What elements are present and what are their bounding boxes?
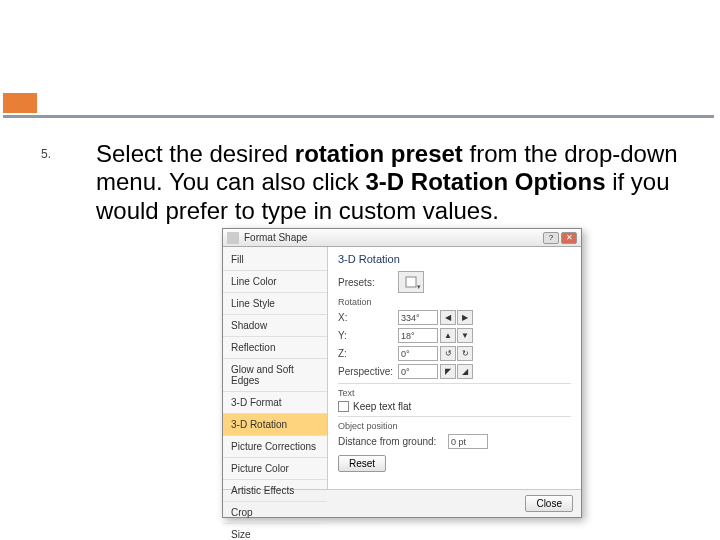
body-text: Select the desired rotation preset from … xyxy=(96,140,680,225)
slide: 5. Select the desired rotation preset fr… xyxy=(0,0,720,540)
sidebar-item-3d-rotation[interactable]: 3-D Rotation xyxy=(223,414,327,436)
presets-label: Presets: xyxy=(338,277,398,288)
list-number: 5. xyxy=(41,147,51,161)
sidebar-item-glow[interactable]: Glow and Soft Edges xyxy=(223,359,327,392)
sidebar-item-crop[interactable]: Crop xyxy=(223,502,327,524)
sidebar-item-line-style[interactable]: Line Style xyxy=(223,293,327,315)
presets-row: Presets: xyxy=(338,271,571,293)
rotation-subheading: Rotation xyxy=(338,297,571,307)
z-cw-button[interactable]: ↻ xyxy=(457,346,473,361)
sidebar-item-fill[interactable]: Fill xyxy=(223,249,327,271)
titlebar[interactable]: Format Shape ? ✕ xyxy=(223,229,581,247)
row-x: X: ◀ ▶ xyxy=(338,310,571,325)
text-subheading: Text xyxy=(338,388,571,398)
y-input[interactable] xyxy=(398,328,438,343)
perspective-input[interactable] xyxy=(398,364,438,379)
reset-row: Reset xyxy=(338,455,571,472)
row-y: Y: ▲ ▼ xyxy=(338,328,571,343)
sidebar-item-size[interactable]: Size xyxy=(223,524,327,540)
reset-button[interactable]: Reset xyxy=(338,455,386,472)
close-button[interactable]: Close xyxy=(525,495,573,512)
row-perspective: Perspective: ◤ ◢ xyxy=(338,364,571,379)
x-left-button[interactable]: ◀ xyxy=(440,310,456,325)
y-label: Y: xyxy=(338,330,398,341)
keep-text-flat-label: Keep text flat xyxy=(353,401,411,412)
separator-1 xyxy=(338,383,571,384)
sidebar-item-picture-corrections[interactable]: Picture Corrections xyxy=(223,436,327,458)
z-input[interactable] xyxy=(398,346,438,361)
accent-block xyxy=(3,93,37,113)
close-x-button[interactable]: ✕ xyxy=(561,232,577,244)
keep-text-flat-checkbox[interactable] xyxy=(338,401,349,412)
format-shape-dialog: Format Shape ? ✕ Fill Line Color Line St… xyxy=(222,228,582,518)
body-text-bold-1: rotation preset xyxy=(295,140,463,167)
window-controls: ? ✕ xyxy=(543,232,577,244)
y-down-button[interactable]: ▼ xyxy=(457,328,473,343)
distance-row: Distance from ground: xyxy=(338,434,571,449)
separator-2 xyxy=(338,416,571,417)
cube-icon xyxy=(404,275,418,289)
keep-text-flat-row: Keep text flat xyxy=(338,401,571,412)
panel-heading: 3-D Rotation xyxy=(338,253,571,265)
sidebar-item-artistic-effects[interactable]: Artistic Effects xyxy=(223,480,327,502)
sidebar-item-line-color[interactable]: Line Color xyxy=(223,271,327,293)
objpos-subheading: Object position xyxy=(338,421,571,431)
x-input[interactable] xyxy=(398,310,438,325)
sidebar-item-reflection[interactable]: Reflection xyxy=(223,337,327,359)
sidebar: Fill Line Color Line Style Shadow Reflec… xyxy=(223,247,328,489)
dialog-body: Fill Line Color Line Style Shadow Reflec… xyxy=(223,247,581,489)
sidebar-item-picture-color[interactable]: Picture Color xyxy=(223,458,327,480)
sidebar-item-shadow[interactable]: Shadow xyxy=(223,315,327,337)
presets-dropdown[interactable] xyxy=(398,271,424,293)
distance-input[interactable] xyxy=(448,434,488,449)
z-ccw-button[interactable]: ↺ xyxy=(440,346,456,361)
body-text-bold-2: 3-D Rotation Options xyxy=(366,168,606,195)
help-button[interactable]: ? xyxy=(543,232,559,244)
row-z: Z: ↺ ↻ xyxy=(338,346,571,361)
panel-3d-rotation: 3-D Rotation Presets: Rotation X: ◀ ▶ xyxy=(328,247,581,489)
persp-narrow-button[interactable]: ◤ xyxy=(440,364,456,379)
svg-rect-0 xyxy=(406,277,416,287)
window-icon xyxy=(227,232,239,244)
z-label: Z: xyxy=(338,348,398,359)
x-right-button[interactable]: ▶ xyxy=(457,310,473,325)
sidebar-item-3d-format[interactable]: 3-D Format xyxy=(223,392,327,414)
window-title: Format Shape xyxy=(244,232,543,243)
persp-wide-button[interactable]: ◢ xyxy=(457,364,473,379)
divider-line xyxy=(3,115,714,118)
body-text-seg-1: Select the desired xyxy=(96,140,295,167)
x-label: X: xyxy=(338,312,398,323)
perspective-label: Perspective: xyxy=(338,366,398,377)
distance-label: Distance from ground: xyxy=(338,436,448,447)
y-up-button[interactable]: ▲ xyxy=(440,328,456,343)
